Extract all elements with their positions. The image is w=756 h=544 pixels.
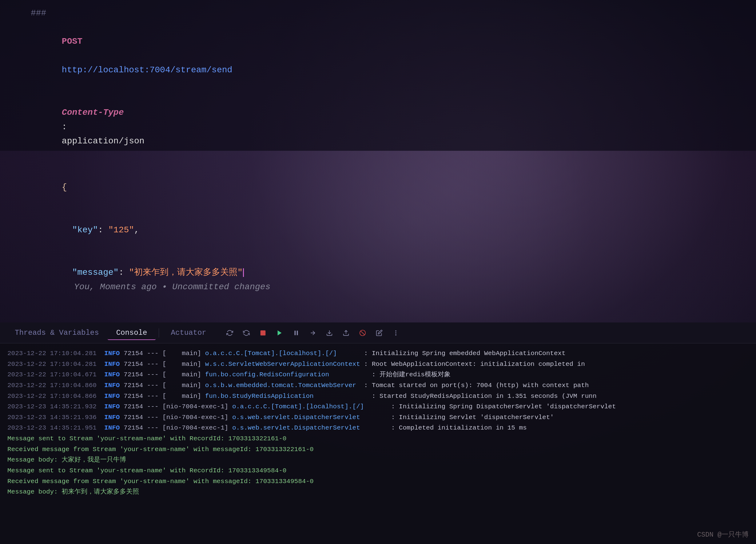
svg-line-7	[360, 331, 364, 335]
code-message-line: "message": "初来乍到，请大家多多关照" You, Moments a…	[31, 251, 747, 308]
svg-point-9	[395, 332, 396, 334]
toolbar-clear-icon[interactable]	[357, 328, 368, 339]
log-line-2: 2023-12-22 17:10:04.281 INFO 72154 --- […	[7, 359, 749, 370]
svg-marker-1	[277, 330, 281, 336]
code-editor: ### POST http://localhost:7004/stream/se…	[0, 0, 756, 151]
svg-rect-2	[294, 331, 296, 335]
tab-actuator[interactable]: Actuator	[162, 326, 215, 340]
content-type-value: application/json	[62, 136, 145, 146]
toolbar-icons	[224, 328, 401, 339]
log-line-6: 2023-12-23 14:35:21.932 INFO 72154 --- […	[7, 402, 749, 412]
blank-line	[31, 162, 747, 166]
bottom-panel: Threads & Variables Console Actuator	[0, 323, 756, 544]
commit-info: You, Moments ago • Uncommitted changes	[74, 282, 271, 292]
log-line-1: 2023-12-22 17:10:04.281 INFO 72154 --- […	[7, 348, 749, 359]
log-line-14: Message body: 初来乍到，请大家多多关照	[7, 487, 749, 498]
http-method: POST	[62, 37, 82, 46]
log-line-3: 2023-12-22 17:10:04.671 INFO 72154 --- […	[7, 370, 749, 380]
toolbar-step-over-icon[interactable]	[307, 328, 318, 339]
code-http-method-line: POST http://localhost:7004/stream/send	[31, 20, 747, 91]
log-line-5: 2023-12-22 17:10:04.866 INFO 72154 --- […	[7, 391, 749, 402]
svg-rect-3	[297, 331, 298, 335]
content-type-key: Content-Type	[62, 108, 124, 117]
toolbar-more-icon[interactable]	[390, 328, 401, 339]
toolbar-upload-icon[interactable]	[340, 328, 352, 339]
log-line-11: Message body: 大家好，我是一只牛博	[7, 455, 749, 466]
toolbar-refresh-icon[interactable]	[224, 328, 235, 339]
toolbar-stop-icon[interactable]	[257, 328, 269, 339]
tab-threads-variables[interactable]: Threads & Variables	[6, 326, 108, 340]
console-content: 2023-12-22 17:10:04.281 INFO 72154 --- […	[0, 344, 756, 544]
code-comment: ###	[31, 6, 747, 20]
watermark: CSDN @一只牛博	[697, 530, 749, 539]
tab-bar: Threads & Variables Console Actuator	[0, 323, 756, 344]
log-line-8: 2023-12-23 14:35:21.951 INFO 72154 --- […	[7, 423, 749, 434]
tab-separator	[159, 328, 159, 338]
log-line-9: Message sent to Stream 'your-stream-name…	[7, 434, 749, 444]
toolbar-resume-icon[interactable]	[274, 328, 285, 339]
svg-rect-0	[260, 330, 265, 336]
code-content-type-line: Content-Type : application/json	[31, 91, 747, 162]
toolbar-pause-icon[interactable]	[291, 328, 302, 339]
cursor	[243, 268, 244, 277]
svg-point-10	[395, 334, 396, 336]
toolbar-refresh2-icon[interactable]	[241, 328, 252, 339]
toolbar-edit-icon[interactable]	[374, 328, 385, 339]
code-key-line: "key": "125",	[31, 209, 747, 252]
tab-console[interactable]: Console	[108, 326, 156, 340]
toolbar-download-icon[interactable]	[324, 328, 335, 339]
http-url: http://localhost:7004/stream/send	[62, 65, 233, 75]
log-line-4: 2023-12-22 17:10:04.860 INFO 72154 --- […	[7, 380, 749, 391]
code-json-open: {	[31, 166, 747, 209]
log-line-13: Received message from Stream 'your-strea…	[7, 476, 749, 487]
log-line-7: 2023-12-23 14:35:21.936 INFO 72154 --- […	[7, 412, 749, 423]
log-line-10: Received message from Stream 'your-strea…	[7, 444, 749, 455]
log-line-12: Message sent to Stream 'your-stream-name…	[7, 466, 749, 476]
svg-point-8	[395, 330, 396, 332]
